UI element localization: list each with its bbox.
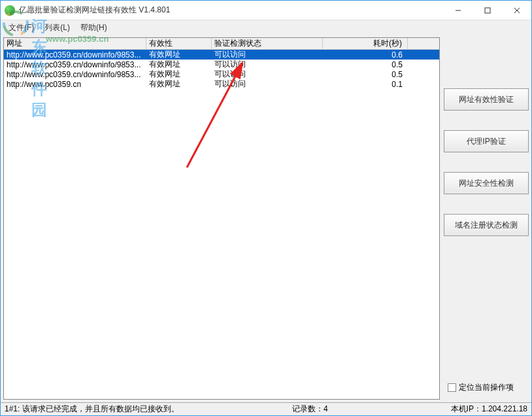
cell-url: http://www.pc0359.cn/downinfo/9853... bbox=[4, 60, 146, 69]
list-body[interactable]: http://www.pc0359.cn/downinfo/9853...有效网… bbox=[4, 50, 439, 399]
titlebar: 亿愿批量验证检测网址链接有效性 V1.4.801 bbox=[1, 1, 531, 20]
cell-valid: 有效网址 bbox=[146, 78, 212, 90]
validate-url-button[interactable]: 网址有效性验证 bbox=[444, 88, 529, 111]
checkbox-label: 定位当前操作项 bbox=[459, 382, 514, 393]
list-header: 网址 有效性 验证检测状态 耗时(秒) bbox=[4, 38, 439, 50]
app-icon bbox=[5, 5, 15, 16]
col-valid[interactable]: 有效性 bbox=[146, 38, 212, 49]
close-button[interactable] bbox=[502, 1, 531, 20]
checkbox-icon[interactable] bbox=[448, 383, 456, 392]
table-row[interactable]: http://www.pc0359.cn/downinfo/9853...有效网… bbox=[4, 60, 439, 69]
domain-status-button[interactable]: 域名注册状态检测 bbox=[444, 214, 529, 236]
local-ip: 本机IP：1.204.221.18 bbox=[410, 404, 527, 415]
minimize-button[interactable] bbox=[443, 1, 473, 20]
table-row[interactable]: http://www.pc0359.cn/downinfo/9853...有效网… bbox=[4, 69, 439, 79]
record-count: 记录数：4 bbox=[292, 404, 410, 415]
cell-status: 可以访问 bbox=[212, 78, 323, 90]
cell-time: 0.1 bbox=[323, 80, 408, 89]
statusbar: 1#1: 该请求已经完成，并且所有数据均已接收到。 记录数：4 本机IP：1.2… bbox=[1, 402, 531, 415]
menubar: 文件(F) 列表(L) 帮助(H) bbox=[1, 20, 531, 35]
locate-current-checkbox[interactable]: 定位当前操作项 bbox=[444, 382, 529, 393]
menu-file[interactable]: 文件(F) bbox=[5, 21, 38, 35]
status-message: 1#1: 该请求已经完成，并且所有数据均已接收到。 bbox=[5, 404, 292, 415]
cell-time: 0.5 bbox=[323, 70, 408, 79]
table-row[interactable]: http://www.pc0359.cn有效网址可以访问0.1 bbox=[4, 79, 439, 89]
validate-proxy-button[interactable]: 代理IP验证 bbox=[444, 130, 529, 152]
cell-url: http://www.pc0359.cn bbox=[4, 80, 146, 89]
col-status[interactable]: 验证检测状态 bbox=[212, 38, 323, 49]
cell-url: http://www.pc0359.cn/downinfo/9853... bbox=[4, 50, 146, 60]
cell-time: 0.6 bbox=[323, 50, 408, 60]
sidebar: 网址有效性验证 代理IP验证 网址安全性检测 域名注册状态检测 定位当前操作项 bbox=[444, 37, 529, 400]
menu-list[interactable]: 列表(L) bbox=[41, 21, 74, 35]
cell-url: http://www.pc0359.cn/downinfo/9853... bbox=[4, 70, 146, 79]
col-url[interactable]: 网址 bbox=[4, 38, 146, 49]
menu-help[interactable]: 帮助(H) bbox=[76, 21, 111, 35]
maximize-button[interactable] bbox=[473, 1, 502, 20]
col-time[interactable]: 耗时(秒) bbox=[323, 38, 408, 49]
window-title: 亿愿批量验证检测网址链接有效性 V1.4.801 bbox=[19, 5, 443, 16]
cell-time: 0.5 bbox=[323, 60, 408, 69]
security-check-button[interactable]: 网址安全性检测 bbox=[444, 172, 529, 194]
table-row[interactable]: http://www.pc0359.cn/downinfo/9853...有效网… bbox=[4, 50, 439, 60]
svg-rect-1 bbox=[485, 8, 490, 13]
results-list[interactable]: 网址 有效性 验证检测状态 耗时(秒) http://www.pc0359.cn… bbox=[3, 37, 440, 400]
